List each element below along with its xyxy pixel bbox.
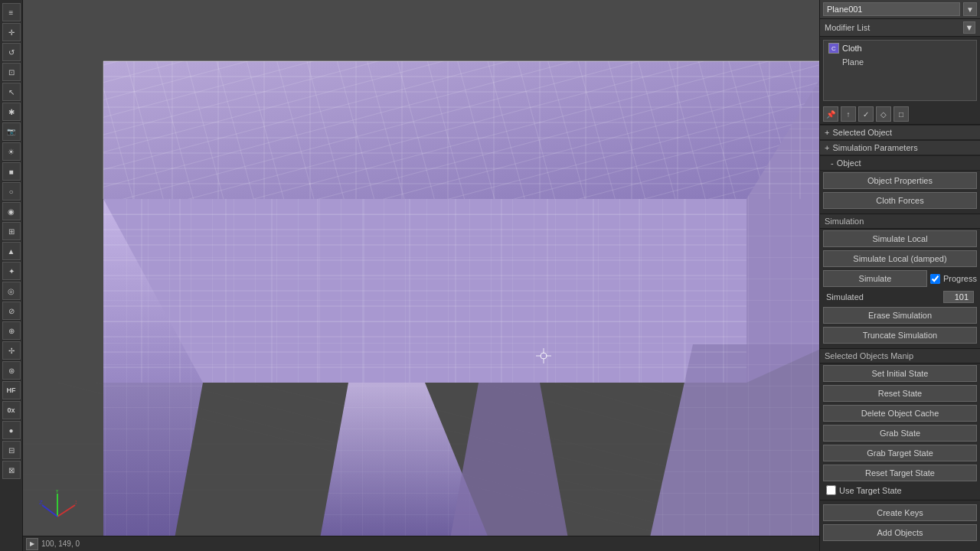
- file-icon[interactable]: ≡: [2, 3, 21, 21]
- right-panel: ▼ Modifier List ▼ C Cloth Plane 📌 ↑ ✓ ◇ …: [819, 0, 980, 551]
- knife-icon[interactable]: ⊕: [2, 321, 21, 340]
- svg-text:Y: Y: [55, 490, 60, 494]
- select-icon[interactable]: ↖: [2, 83, 21, 101]
- viewport[interactable]: X Y Z ▶ 100, 149, 0: [23, 0, 819, 551]
- axis-gizmo: X Y Z: [38, 490, 77, 528]
- cloth-modifier-item[interactable]: C Cloth: [824, 41, 976, 56]
- move-tool[interactable]: ↑: [841, 106, 856, 122]
- simulation-parameters-section[interactable]: + Simulation Parameters: [820, 140, 980, 155]
- grab-target-state-button[interactable]: Grab Target State: [823, 445, 977, 461]
- cloth-modifier-name: Cloth: [842, 44, 862, 53]
- object-properties-button[interactable]: Object Properties: [823, 172, 977, 189]
- move-icon[interactable]: ✛: [2, 23, 21, 41]
- reset-state-button[interactable]: Reset State: [823, 385, 977, 402]
- sphere2-icon[interactable]: ◉: [2, 202, 21, 220]
- use-target-state-row: Use Target State: [820, 483, 980, 497]
- rotate-icon[interactable]: ↺: [2, 43, 21, 61]
- use-target-state-checkbox[interactable]: [826, 485, 836, 495]
- viewport-bottom-bar: ▶ 100, 149, 0: [23, 536, 819, 551]
- selected-object-section[interactable]: + Selected Object: [820, 125, 980, 140]
- light-icon[interactable]: ✦: [2, 262, 21, 280]
- scale-icon[interactable]: ⊡: [2, 63, 21, 81]
- svg-text:Z: Z: [39, 499, 43, 506]
- simulated-row: Simulated 101: [820, 289, 980, 305]
- skin-icon[interactable]: ⊛: [2, 361, 21, 380]
- cloth-modifier-icon: C: [828, 43, 839, 54]
- modifier-list-label: Modifier List: [825, 23, 870, 32]
- erase-simulation-button[interactable]: Erase Simulation: [823, 307, 977, 324]
- shapes-icon[interactable]: ■: [2, 162, 21, 181]
- selected-object-label: Selected Object: [832, 128, 892, 137]
- create-keys-button[interactable]: Create Keys: [823, 504, 977, 521]
- object-subsection[interactable]: - Object: [820, 155, 980, 171]
- viewport-coords: 100, 149, 0: [41, 540, 80, 548]
- render-icon[interactable]: ☀: [2, 142, 21, 161]
- progress-label: Progress: [943, 274, 977, 283]
- schematic-icon[interactable]: ⊠: [2, 461, 21, 479]
- selected-objects-manip-header: Selected Objects Manip: [820, 348, 980, 364]
- sphere3-icon[interactable]: ●: [2, 421, 21, 439]
- object-name-row: ▼: [820, 0, 980, 19]
- progress-checkbox[interactable]: [930, 274, 940, 284]
- modifier-tools: 📌 ↑ ✓ ◇ □: [820, 104, 980, 125]
- brush-icon[interactable]: ⊘: [2, 302, 21, 320]
- object-name-input[interactable]: [823, 2, 960, 16]
- add-objects-button[interactable]: Add Objects: [823, 524, 977, 541]
- helpers-icon[interactable]: HF: [2, 381, 21, 399]
- left-toolbar: ≡ ✛ ↺ ⊡ ↖ ✱ 📷 ☀ ■ ○ ◉ ⊞ ▲ ✦ ◎ ⊘ ⊕ ✢ ⊛ HF…: [0, 0, 23, 551]
- object-tool[interactable]: □: [893, 106, 909, 122]
- bones-icon[interactable]: ✢: [2, 341, 21, 360]
- svg-marker-13: [103, 61, 819, 199]
- grab-state-button[interactable]: Grab State: [823, 425, 977, 442]
- plane-subitem[interactable]: Plane: [824, 56, 976, 68]
- camera-icon[interactable]: 📷: [2, 122, 21, 141]
- set-initial-state-button[interactable]: Set Initial State: [823, 365, 977, 382]
- objects-icon[interactable]: 0x: [2, 401, 21, 419]
- ffd-icon[interactable]: ⊞: [2, 222, 21, 240]
- modifier-list-header: Modifier List ▼: [820, 19, 980, 37]
- sphere1-icon[interactable]: ○: [2, 182, 21, 201]
- svg-line-83: [42, 505, 57, 517]
- face-tool[interactable]: ◇: [876, 106, 891, 122]
- target-icon[interactable]: ◎: [2, 282, 21, 300]
- play-button[interactable]: ▶: [26, 538, 38, 550]
- simulated-label: Simulated: [826, 292, 864, 302]
- object-label: Object: [837, 158, 861, 168]
- simulated-value: 101: [943, 291, 974, 303]
- cloth-mesh-svg: [23, 0, 819, 551]
- simulate-local-damped-button[interactable]: Simulate Local (damped): [823, 250, 977, 267]
- simulation-section-header: Simulation: [820, 214, 980, 229]
- tools1-icon[interactable]: ✱: [2, 103, 21, 121]
- reset-target-state-button[interactable]: Reset Target State: [823, 465, 977, 481]
- delete-object-cache-button[interactable]: Delete Object Cache: [823, 405, 977, 422]
- svg-text:X: X: [75, 499, 77, 506]
- use-target-state-label: Use Target State: [839, 486, 902, 495]
- svg-line-79: [57, 505, 75, 517]
- modifier-stack: C Cloth Plane: [823, 40, 977, 101]
- pin-tool[interactable]: 📌: [823, 106, 838, 122]
- cone-icon[interactable]: ▲: [2, 242, 21, 260]
- truncate-simulation-button[interactable]: Truncate Simulation: [823, 327, 977, 344]
- vertex-tool[interactable]: ✓: [858, 106, 874, 122]
- name-dropdown[interactable]: ▼: [963, 2, 977, 16]
- simulate-button[interactable]: Simulate: [823, 270, 927, 287]
- simulation-parameters-label: Simulation Parameters: [832, 143, 917, 152]
- modifier-list-dropdown[interactable]: ▼: [963, 21, 975, 34]
- cloth-forces-button[interactable]: Cloth Forces: [823, 192, 977, 209]
- track-icon[interactable]: ⊟: [2, 441, 21, 459]
- simulate-local-button[interactable]: Simulate Local: [823, 230, 977, 247]
